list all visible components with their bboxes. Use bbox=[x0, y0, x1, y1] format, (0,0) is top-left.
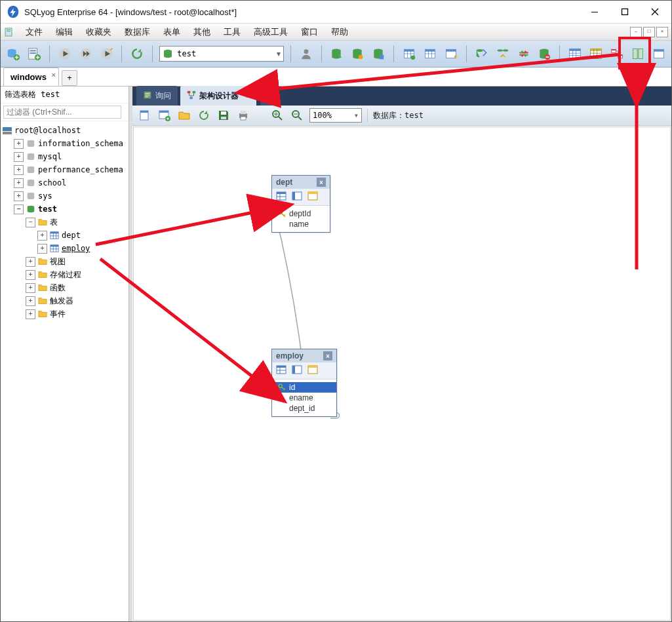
db-tool2-icon[interactable] bbox=[349, 45, 366, 62]
new-query-icon[interactable] bbox=[26, 45, 43, 62]
tree-db-school[interactable]: +school bbox=[2, 176, 127, 189]
expand-icon[interactable]: + bbox=[37, 244, 47, 254]
add-table-icon[interactable] bbox=[157, 108, 172, 123]
expand-icon[interactable]: + bbox=[26, 257, 35, 267]
grid-tool2-icon[interactable] bbox=[587, 45, 604, 62]
grid-tool4-icon[interactable] bbox=[650, 45, 667, 62]
db-tool3-icon[interactable] bbox=[370, 45, 387, 62]
execute-query-icon[interactable] bbox=[56, 45, 73, 62]
sync-tool3-icon[interactable] bbox=[515, 45, 532, 62]
expand-icon[interactable]: + bbox=[14, 139, 24, 149]
expand-icon[interactable]: + bbox=[26, 283, 35, 293]
database-selector[interactable]: test ▾ bbox=[159, 46, 283, 62]
new-diagram-icon[interactable] bbox=[138, 108, 152, 123]
tree-db-mysql[interactable]: +mysql bbox=[2, 150, 127, 163]
connection-tab-windows[interactable]: windows × bbox=[3, 68, 59, 86]
doc-icon[interactable] bbox=[3, 26, 15, 38]
tree-db-performance-schema[interactable]: +performance_schema bbox=[2, 163, 127, 176]
menu-edit[interactable]: 编辑 bbox=[53, 25, 75, 39]
collapse-icon[interactable]: − bbox=[26, 218, 35, 227]
tree-folder-views[interactable]: +视图 bbox=[2, 255, 127, 268]
zoom-in-icon[interactable] bbox=[270, 108, 285, 123]
menu-other[interactable]: 其他 bbox=[191, 25, 213, 39]
close-icon[interactable]: × bbox=[317, 178, 326, 187]
close-icon[interactable]: × bbox=[323, 351, 332, 360]
table-structure-icon[interactable] bbox=[292, 364, 302, 377]
add-tab-button[interactable]: + bbox=[260, 91, 275, 106]
menu-help[interactable]: 帮助 bbox=[328, 25, 351, 39]
menu-advtools[interactable]: 高级工具 bbox=[251, 25, 290, 39]
tree-db-information-schema[interactable]: +information_schema bbox=[2, 137, 127, 150]
expand-icon[interactable]: + bbox=[26, 296, 35, 306]
table-tool1-icon[interactable] bbox=[401, 45, 418, 62]
tree-folder-triggers[interactable]: +触发器 bbox=[2, 294, 127, 307]
sync-tool4-icon[interactable] bbox=[536, 45, 553, 62]
expand-icon[interactable]: + bbox=[37, 231, 47, 241]
sync-tool2-icon[interactable] bbox=[494, 45, 511, 62]
grid-tool1-icon[interactable] bbox=[566, 45, 583, 62]
expand-icon[interactable]: + bbox=[14, 178, 24, 188]
tree-folder-events[interactable]: +事件 bbox=[2, 307, 127, 321]
db-tool1-icon[interactable] bbox=[328, 45, 346, 62]
expand-icon[interactable]: + bbox=[26, 309, 35, 319]
menu-tools[interactable]: 工具 bbox=[221, 25, 243, 39]
column-deptid[interactable]: dept_id bbox=[272, 403, 336, 414]
expand-icon[interactable]: + bbox=[26, 270, 35, 280]
menu-file[interactable]: 文件 bbox=[23, 25, 45, 39]
mdi-restore-button[interactable]: □ bbox=[643, 27, 655, 37]
execute-explain-icon[interactable] bbox=[98, 45, 115, 62]
column-deptid[interactable]: deptId bbox=[272, 208, 330, 219]
schema-designer-icon[interactable] bbox=[608, 45, 625, 62]
expand-icon[interactable]: + bbox=[14, 191, 24, 201]
object-tree[interactable]: root@localhost +information_schema +mysq… bbox=[1, 121, 128, 621]
expand-icon[interactable]: + bbox=[14, 152, 24, 162]
new-connection-icon[interactable] bbox=[5, 45, 22, 62]
print-icon[interactable] bbox=[236, 108, 250, 123]
menu-fav[interactable]: 收藏夹 bbox=[83, 25, 114, 39]
maximize-button[interactable] bbox=[610, 2, 640, 22]
user-icon[interactable] bbox=[298, 45, 315, 62]
tree-root[interactable]: root@localhost bbox=[2, 124, 127, 137]
table-data-icon[interactable] bbox=[276, 364, 287, 377]
schema-canvas[interactable]: 1 dept × deptId bbox=[133, 126, 671, 621]
table-structure-icon[interactable] bbox=[292, 191, 302, 203]
close-icon[interactable]: × bbox=[246, 92, 250, 100]
mdi-close-button[interactable]: × bbox=[656, 27, 668, 37]
tree-table-dept[interactable]: +dept bbox=[2, 229, 127, 242]
table-key-icon[interactable] bbox=[307, 191, 318, 203]
refresh-icon[interactable] bbox=[128, 45, 146, 62]
expand-icon[interactable]: + bbox=[14, 165, 24, 175]
table-tool2-icon[interactable] bbox=[422, 45, 439, 62]
collapse-icon[interactable]: − bbox=[14, 204, 24, 214]
mdi-minimize-button[interactable]: – bbox=[630, 27, 642, 37]
close-button[interactable] bbox=[640, 2, 670, 22]
tab-query[interactable]: 询问 bbox=[136, 86, 178, 106]
menu-table[interactable]: 表单 bbox=[161, 25, 183, 39]
refresh-diagram-icon[interactable] bbox=[197, 108, 211, 123]
tree-table-employ[interactable]: +employ bbox=[2, 242, 127, 255]
column-id[interactable]: id bbox=[272, 382, 336, 393]
table-tool3-icon[interactable] bbox=[443, 45, 460, 62]
minimize-button[interactable] bbox=[580, 2, 610, 22]
close-icon[interactable]: × bbox=[51, 71, 55, 79]
filter-input[interactable] bbox=[3, 106, 121, 119]
zoom-selector[interactable]: 100% ▾ bbox=[309, 108, 362, 123]
zoom-out-icon[interactable] bbox=[290, 108, 304, 123]
open-icon[interactable] bbox=[177, 108, 191, 123]
save-icon[interactable] bbox=[216, 108, 231, 123]
tree-folder-procs[interactable]: +存储过程 bbox=[2, 268, 127, 281]
add-connection-button[interactable]: + bbox=[62, 70, 77, 86]
canvas-table-employ[interactable]: employ × id bbox=[271, 349, 337, 417]
tree-folder-funcs[interactable]: +函数 bbox=[2, 281, 127, 294]
sync-tool1-icon[interactable] bbox=[473, 45, 490, 62]
menu-window[interactable]: 窗口 bbox=[298, 25, 321, 39]
tree-folder-tables[interactable]: −表 bbox=[2, 216, 127, 229]
tree-db-test[interactable]: −test bbox=[2, 203, 127, 216]
tree-db-sys[interactable]: +sys bbox=[2, 189, 127, 203]
execute-all-icon[interactable] bbox=[77, 45, 94, 62]
tab-schema-designer[interactable]: 架构设计器 × bbox=[180, 86, 256, 106]
table-key-icon[interactable] bbox=[307, 364, 318, 377]
grid-tool3-icon[interactable] bbox=[629, 45, 646, 62]
column-name[interactable]: name bbox=[272, 219, 330, 229]
table-data-icon[interactable] bbox=[276, 191, 287, 203]
